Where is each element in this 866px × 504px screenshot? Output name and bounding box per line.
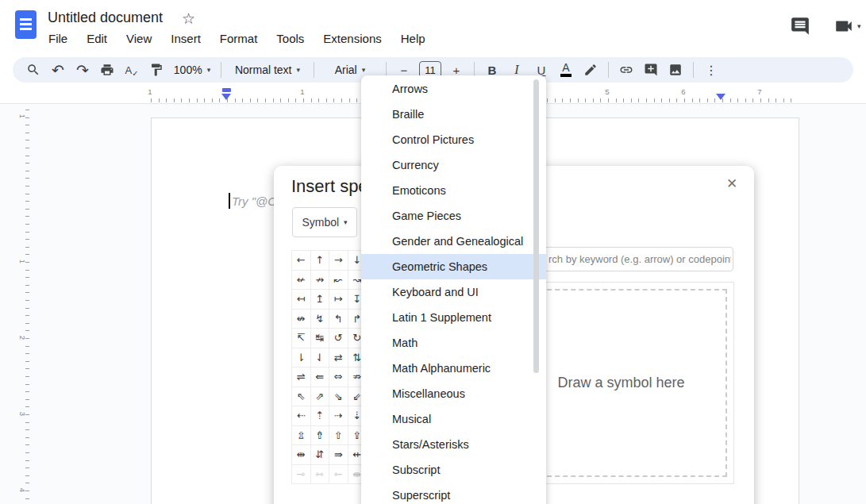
char-cell[interactable]: ↸	[292, 329, 311, 348]
menu-item-emoticons[interactable]: Emoticons	[361, 178, 546, 203]
spellcheck-button[interactable]: A✓	[122, 60, 141, 79]
char-cell[interactable]: ⇠	[292, 406, 311, 426]
char-cell[interactable]: ⇫	[292, 426, 311, 446]
char-cell[interactable]: →	[329, 251, 348, 271]
menu-scrollbar-thumb[interactable]	[533, 79, 539, 373]
char-cell[interactable]: ⇡	[311, 406, 330, 426]
char-cell[interactable]: ⇃	[311, 348, 330, 368]
char-cell[interactable]: ⇂	[292, 348, 311, 368]
menu-item-miscellaneous[interactable]: Miscellaneous	[361, 381, 546, 406]
font-caret-icon: ▾	[362, 66, 366, 74]
char-cell[interactable]: ⇽	[329, 465, 348, 485]
char-cell[interactable]: ↛	[311, 271, 330, 290]
char-cell[interactable]: ⇧	[329, 426, 348, 446]
ruler-tick	[25, 323, 29, 324]
symbol-category-dropdown[interactable]: Symbol ▾	[292, 207, 357, 237]
insert-link-button[interactable]	[617, 60, 636, 79]
menubar-item-tools[interactable]: Tools	[274, 30, 306, 47]
menubar-item-insert[interactable]: Insert	[168, 30, 203, 47]
menu-item-control-pictures[interactable]: Control Pictures	[361, 127, 546, 152]
char-cell[interactable]: ⇗	[311, 387, 330, 407]
char-cell[interactable]: ↮	[292, 310, 311, 329]
star-icon[interactable]: ☆	[182, 10, 195, 28]
close-icon[interactable]: ✕	[726, 175, 737, 192]
highlight-color-button[interactable]	[581, 60, 600, 79]
char-cell[interactable]: ⇿	[311, 465, 330, 485]
zoom-select[interactable]: 100% ▾	[171, 60, 213, 79]
menubar-item-edit[interactable]: Edit	[84, 30, 110, 47]
menubar-item-extensions[interactable]: Extensions	[321, 30, 383, 47]
char-cell[interactable]: ↤	[292, 290, 311, 310]
char-cell[interactable]: ⇮	[311, 426, 330, 446]
char-cell[interactable]: ⇔	[329, 367, 348, 387]
menu-item-math-alphanumeric[interactable]: Math Alphanumeric	[361, 356, 546, 381]
left-indent-marker[interactable]	[221, 94, 231, 100]
char-cell[interactable]: ↜	[329, 271, 348, 290]
print-button[interactable]	[98, 60, 117, 79]
menubar-item-view[interactable]: View	[124, 30, 154, 47]
char-cell[interactable]: ↥	[311, 290, 330, 310]
menu-item-currency[interactable]: Currency	[361, 152, 546, 178]
docs-logo-icon[interactable]	[15, 10, 37, 39]
menu-item-subscript[interactable]: Subscript	[361, 457, 546, 483]
toolbar-divider	[693, 62, 694, 78]
meet-videocam-icon[interactable]	[833, 16, 854, 37]
menu-item-latin-1-supplement[interactable]: Latin 1 Supplement	[361, 305, 546, 330]
document-title[interactable]: Untitled document	[48, 10, 163, 26]
menu-item-gender-and-genealogical[interactable]: Gender and Genealogical	[361, 229, 546, 254]
undo-button[interactable]: ↶	[48, 60, 67, 79]
menu-item-braille[interactable]: Braille	[361, 102, 546, 127]
menu-item-math[interactable]: Math	[361, 330, 546, 356]
char-cell[interactable]: ⇚	[311, 367, 330, 387]
char-cell[interactable]: ↺	[329, 329, 348, 348]
ruler-tick	[661, 98, 662, 102]
char-cell[interactable]: ⇄	[329, 348, 348, 368]
ruler-tick	[204, 98, 205, 102]
char-cell[interactable]: ←	[292, 251, 311, 271]
paragraph-style-select[interactable]: Normal text ▾	[229, 60, 306, 79]
meet-dropdown-caret-icon[interactable]: ▾	[857, 22, 866, 43]
char-cell[interactable]: ↚	[292, 271, 311, 290]
char-cell[interactable]: ⇘	[329, 387, 348, 407]
draw-symbol-canvas[interactable]: Draw a symbol here	[515, 289, 727, 477]
char-cell[interactable]: ⇾	[292, 465, 311, 485]
redo-button[interactable]: ↷	[73, 60, 92, 79]
char-cell[interactable]: ↑	[311, 251, 330, 271]
menu-item-keyboard-and-ui[interactable]: Keyboard and UI	[361, 279, 546, 305]
menu-item-geometric-shapes[interactable]: Geometric Shapes	[361, 254, 546, 279]
ruler-tick	[768, 98, 769, 102]
ruler-number: 2	[18, 336, 27, 340]
more-options-button[interactable]: ⋮	[702, 60, 721, 79]
char-cell[interactable]: ↰	[329, 310, 348, 329]
char-cell[interactable]: ↹	[311, 329, 330, 348]
menubar-item-format[interactable]: Format	[217, 30, 260, 47]
text-color-button[interactable]: A	[556, 60, 575, 79]
text-color-letter: A	[562, 63, 569, 73]
char-cell[interactable]: ⇵	[311, 445, 330, 465]
insert-image-button[interactable]	[666, 60, 685, 79]
char-cell[interactable]: ⇢	[329, 406, 348, 426]
right-indent-marker[interactable]	[716, 94, 726, 100]
ruler-tick	[25, 376, 29, 377]
menu-item-superscript[interactable]: Superscript	[361, 483, 546, 504]
menu-item-game-pieces[interactable]: Game Pieces	[361, 203, 546, 229]
char-cell[interactable]: ⇛	[329, 445, 348, 465]
search-menus-icon[interactable]	[24, 60, 43, 79]
menu-item-stars-asterisks[interactable]: Stars/Asterisks	[361, 432, 546, 457]
open-comments-icon[interactable]	[790, 16, 810, 37]
paint-format-button[interactable]	[147, 60, 166, 79]
char-cell[interactable]: ⇌	[292, 367, 311, 387]
menubar-item-help[interactable]: Help	[398, 30, 428, 47]
char-cell[interactable]: ↦	[329, 290, 348, 310]
menu-item-arrows[interactable]: Arrows	[361, 76, 546, 102]
first-line-indent-marker[interactable]	[222, 88, 231, 92]
menubar-item-file[interactable]: File	[46, 30, 70, 47]
menu-item-musical[interactable]: Musical	[361, 406, 546, 432]
char-cell[interactable]: ⇹	[292, 445, 311, 465]
ruler-tick	[692, 98, 693, 102]
char-cell[interactable]: ⇖	[292, 387, 311, 407]
char-cell[interactable]: ↯	[311, 310, 330, 329]
ruler-tick	[25, 247, 29, 248]
add-comment-button[interactable]	[641, 60, 660, 79]
draw-hint-label: Draw a symbol here	[557, 375, 684, 391]
